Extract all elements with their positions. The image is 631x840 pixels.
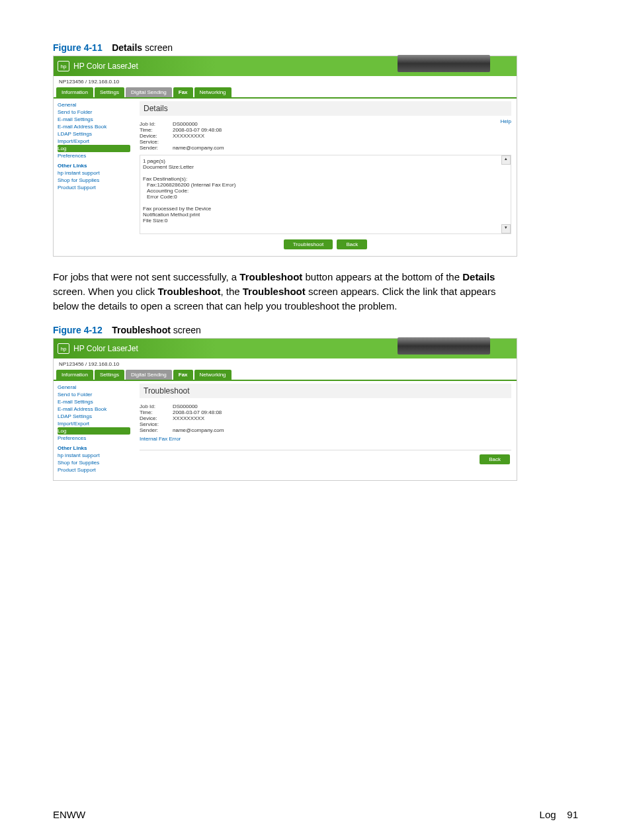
error-link[interactable]: Internal Fax Error (140, 436, 181, 442)
bold-details: Details (462, 271, 495, 282)
sidebar-2: General Send to Folder E-mail Settings E… (54, 381, 134, 480)
tab-fax-2[interactable]: Fax (173, 370, 193, 380)
bold-troubleshoot-2: Troubleshoot (157, 286, 220, 297)
sidebar-item-ldap[interactable]: LDAP Settings (58, 130, 130, 138)
value-sender: name@company.com (173, 145, 224, 151)
label-service: Service: (140, 139, 173, 145)
figure-number-2: Figure 4-12 (53, 325, 103, 335)
dest-header: Fax Destination(s): (143, 176, 508, 182)
sidebar-item-instant-support[interactable]: hp instant support (58, 169, 130, 177)
sidebar-item-ldap-2[interactable]: LDAP Settings (58, 413, 130, 420)
value-time-2: 2008-03-07 09:48:08 (173, 409, 222, 415)
back-button[interactable]: Back (337, 239, 367, 249)
panel-title: Details (140, 101, 511, 116)
label-time-2: Time: (140, 409, 173, 415)
sidebar-item-import-export[interactable]: Import/Export (58, 138, 130, 145)
sidebar-item-product-support-2[interactable]: Product Support (58, 466, 130, 474)
figure-caption-2: Figure 4-12 Troubleshoot screen (53, 325, 578, 335)
sidebar-item-shop[interactable]: Shop for Supplies (58, 177, 130, 184)
value-device: XXXXXXXXX (173, 133, 204, 139)
tab-digital-sending[interactable]: Digital Sending (126, 87, 172, 97)
sidebar-item-instant-support-2[interactable]: hp instant support (58, 452, 130, 459)
sidebar-item-product-support[interactable]: Product Support (58, 184, 130, 191)
panel-title-2: Troubleshoot (140, 384, 511, 398)
label-device-2: Device: (140, 415, 173, 421)
sidebar-item-email-address-book[interactable]: E-mail Address Book (58, 123, 130, 130)
sidebar-item-preferences[interactable]: Preferences (58, 152, 130, 159)
sidebar-header-other: Other Links (58, 162, 130, 169)
value-sender-2: name@company.com (173, 427, 224, 433)
content-area-2: Troubleshoot Job Id:DS000000 Time:2008-0… (134, 381, 517, 480)
scroll-down-icon[interactable]: ▾ (501, 224, 511, 233)
tab-information[interactable]: Information (56, 87, 93, 97)
pages-line: 1 page(s) (143, 158, 508, 164)
sidebar-item-import-export-2[interactable]: Import/Export (58, 420, 130, 427)
sidebar-item-preferences-2[interactable]: Preferences (58, 435, 130, 442)
label-service-2: Service: (140, 421, 173, 427)
hp-logo-icon-2: hp (58, 343, 69, 354)
value-time: 2008-03-07 09:48:08 (173, 127, 222, 133)
sidebar-header-other-2: Other Links (58, 444, 130, 452)
troubleshoot-screenshot: hp HP Color LaserJet NP123456 / 192.168.… (53, 338, 517, 481)
sidebar-item-log-2[interactable]: Log (58, 427, 130, 435)
label-time: Time: (140, 127, 173, 133)
tab-strip-2: Information Settings Digital Sending Fax… (54, 370, 517, 381)
label-sender: Sender: (140, 145, 173, 151)
header-bar-2: hp HP Color LaserJet (54, 339, 517, 358)
tab-settings-2[interactable]: Settings (95, 370, 124, 380)
fsize-line: File Size:0 (143, 218, 508, 224)
dest-line: Fax:12068286200 (Internal Fax Error) (143, 182, 508, 188)
value-jobid: DS000000 (173, 121, 198, 127)
notif-line: Notification Method:print (143, 212, 508, 218)
hp-logo-icon: hp (58, 61, 69, 71)
troubleshoot-button[interactable]: Troubleshoot (284, 239, 333, 249)
body-area-2: General Send to Folder E-mail Settings E… (54, 381, 517, 480)
docsize-line: Document Size:Letter (143, 164, 508, 170)
details-box: ▴ 1 page(s) Document Size:Letter Fax Des… (140, 155, 511, 234)
tab-digital-sending-2[interactable]: Digital Sending (126, 370, 172, 380)
sidebar-item-shop-2[interactable]: Shop for Supplies (58, 459, 130, 466)
header-bar: hp HP Color LaserJet (54, 56, 517, 76)
details-screenshot: hp HP Color LaserJet NP123456 / 192.168.… (53, 56, 517, 257)
help-link[interactable]: Help (501, 118, 511, 124)
figure-title-rest-2: screen (171, 325, 201, 335)
tab-settings[interactable]: Settings (95, 87, 124, 97)
sidebar-item-send-to-folder[interactable]: Send to Folder (58, 108, 130, 116)
sidebar-item-log[interactable]: Log (58, 145, 130, 152)
label-device: Device: (140, 133, 173, 139)
product-name: HP Color LaserJet (73, 62, 138, 71)
tab-fax[interactable]: Fax (173, 87, 193, 97)
sidebar-item-send-to-folder-2[interactable]: Send to Folder (58, 391, 130, 398)
tab-networking[interactable]: Networking (194, 87, 231, 97)
value-device-2: XXXXXXXXX (173, 415, 204, 421)
sidebar-item-email-address-book-2[interactable]: E-mail Address Book (58, 405, 130, 413)
figure-title-rest: screen (142, 42, 173, 53)
scroll-up-icon[interactable]: ▴ (501, 155, 511, 165)
body-area: General Send to Folder E-mail Settings E… (54, 99, 517, 256)
err-line: Error Code:0 (143, 194, 508, 200)
product-name-2: HP Color LaserJet (73, 344, 138, 353)
content-area: Details Help Job Id:DS000000 Time:2008-0… (134, 99, 517, 256)
tab-strip: Information Settings Digital Sending Fax… (54, 87, 517, 99)
sidebar-item-email-settings-2[interactable]: E-mail Settings (58, 398, 130, 405)
tab-networking-2[interactable]: Networking (194, 370, 231, 380)
value-jobid-2: DS000000 (173, 403, 198, 409)
label-jobid: Job Id: (140, 121, 173, 127)
sidebar: General Send to Folder E-mail Settings E… (54, 99, 134, 256)
figure-number: Figure 4-11 (53, 42, 103, 53)
proc-line: Fax processed by the Device (143, 206, 508, 212)
back-button-2[interactable]: Back (480, 454, 510, 464)
host-info-2: NP123456 / 192.168.0.10 (54, 358, 517, 370)
bold-troubleshoot-3: Troubleshoot (243, 286, 306, 297)
figure-title-bold-2: Troubleshoot (112, 325, 171, 335)
tab-information-2[interactable]: Information (56, 370, 93, 380)
sidebar-item-general-2[interactable]: General (58, 384, 130, 391)
acct-line: Accounting Code: (143, 188, 508, 194)
bold-troubleshoot-1: Troubleshoot (239, 271, 302, 282)
sidebar-item-general[interactable]: General (58, 101, 130, 108)
figure-caption-1: Figure 4-11 Details screen (53, 42, 578, 53)
figure-title-bold: Details (112, 42, 142, 53)
printer-image (398, 55, 490, 72)
printer-image-2 (398, 337, 490, 355)
sidebar-item-email-settings[interactable]: E-mail Settings (58, 116, 130, 123)
